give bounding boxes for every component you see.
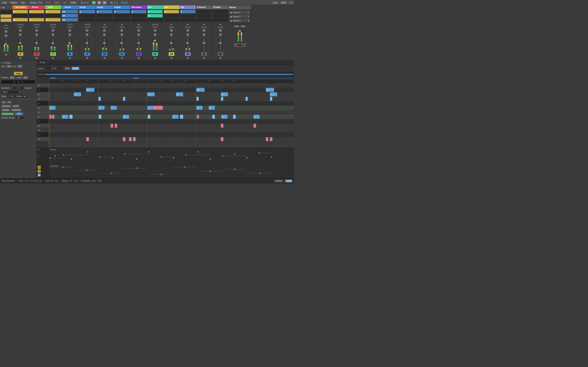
- send-b-8[interactable]: [137, 33, 141, 37]
- fader-4[interactable]: [69, 38, 70, 50]
- post-btn-1[interactable]: Post: [234, 25, 239, 28]
- track-header-11[interactable]: Arp: [180, 5, 196, 9]
- fader-11[interactable]: [187, 38, 188, 50]
- clip-4c[interactable]: ▶▶: [62, 18, 78, 22]
- scene-3[interactable]: ▶ Scene 3 3: [229, 19, 250, 22]
- sig-num-input[interactable]: [11, 86, 17, 90]
- transpose-down-btn[interactable]: ×2: [7, 101, 11, 104]
- send-b-6[interactable]: [103, 33, 106, 37]
- send-a-5[interactable]: [85, 29, 89, 33]
- roll-content[interactable]: A1 A1 A1 A1 A1 A1 A1 Eb2: [49, 83, 294, 148]
- send-a-knob-1[interactable]: [18, 29, 22, 33]
- track-header-1[interactable]: ▼ Bass Main: [12, 5, 28, 9]
- track-header-beats[interactable]: ▶ts: [0, 5, 12, 10]
- key-button[interactable]: Key: [272, 1, 279, 4]
- send-b-13[interactable]: [219, 33, 222, 37]
- clip-5c[interactable]: [79, 18, 95, 22]
- solo-btn-1[interactable]: S: [19, 57, 22, 59]
- key-f2[interactable]: F2: [37, 83, 49, 88]
- send-a-knob-2[interactable]: [35, 29, 39, 33]
- randomize-value[interactable]: [15, 112, 23, 115]
- scene-1[interactable]: ▶ Scene 1 1: [229, 11, 250, 14]
- duplicate-btn[interactable]: Duplicate: [11, 108, 22, 111]
- solo-btn[interactable]: S: [4, 53, 7, 56]
- solo-3[interactable]: S: [52, 57, 54, 59]
- track-header-4[interactable]: ▼ Vocals: [61, 5, 78, 9]
- solo-btn-2[interactable]: S: [35, 57, 38, 59]
- midi-button[interactable]: MIDI: [280, 1, 287, 4]
- clip-10c[interactable]: [164, 18, 179, 22]
- solo-9[interactable]: S: [154, 57, 156, 59]
- send-a-13[interactable]: [219, 29, 222, 33]
- clip-3b[interactable]: [45, 14, 61, 17]
- follow-button[interactable]: Follow: [9, 1, 18, 4]
- scale-key-select[interactable]: CDEF: [7, 95, 14, 98]
- clip-slot[interactable]: [0, 10, 12, 14]
- prob-graph[interactable]: Probability: [49, 164, 294, 178]
- len-set-btn[interactable]: Set: [23, 76, 28, 79]
- solo-8[interactable]: S: [137, 57, 140, 59]
- solo-10[interactable]: S: [170, 57, 173, 59]
- fader-12[interactable]: [204, 38, 205, 50]
- clip-4a[interactable]: ▶▶: [62, 10, 78, 13]
- key-c1[interactable]: C1: [37, 128, 49, 133]
- track-header-10[interactable]: Pad: [163, 5, 180, 9]
- master-header[interactable]: Master: [229, 5, 251, 10]
- fold-btn[interactable]: Fold: [64, 67, 71, 70]
- key-a0[interactable]: A0: [37, 137, 49, 142]
- clip-6b[interactable]: [96, 14, 113, 17]
- clip-12c[interactable]: [196, 18, 212, 22]
- track-header-3[interactable]: ▼ Keys: [45, 5, 61, 9]
- clip-11b[interactable]: [180, 14, 195, 17]
- clip-slot-1c[interactable]: ▶: [13, 18, 28, 22]
- key-c2[interactable]: C2: [37, 97, 49, 101]
- clip-9c[interactable]: [147, 18, 163, 22]
- fader-8[interactable]: [138, 38, 139, 50]
- clip-5b[interactable]: [79, 14, 95, 17]
- vel-graph[interactable]: Velocity: [49, 148, 294, 164]
- clip-13a[interactable]: [213, 10, 228, 13]
- solo-5[interactable]: S: [86, 57, 89, 59]
- fader-2[interactable]: [36, 38, 37, 50]
- fader-13[interactable]: [220, 38, 221, 50]
- clip-4b[interactable]: ▶▶: [62, 14, 78, 17]
- send-b-knob[interactable]: [4, 34, 8, 38]
- track-header-7[interactable]: Vocals: [113, 5, 130, 9]
- scale-btn[interactable]: Scale: [71, 67, 79, 70]
- clip-8a[interactable]: ▶: [131, 10, 146, 13]
- scene-2[interactable]: ▶ Scene 2 2: [229, 15, 250, 18]
- link-button[interactable]: Link: [1, 1, 8, 4]
- legato-btn[interactable]: Legato: [1, 108, 10, 111]
- solo-4[interactable]: S: [68, 57, 71, 59]
- send-a-8[interactable]: [137, 29, 141, 33]
- clip-slot-yellow2[interactable]: [0, 18, 12, 22]
- clip-8b[interactable]: [131, 14, 146, 17]
- fader-track-1[interactable]: [20, 38, 21, 50]
- solo-11[interactable]: S: [186, 57, 189, 59]
- clip-9b[interactable]: ▶: [147, 14, 163, 17]
- fader-7[interactable]: [121, 38, 122, 50]
- send-a-7[interactable]: [120, 29, 124, 33]
- fader-10[interactable]: [171, 38, 172, 50]
- clip-6a[interactable]: ▶: [96, 10, 113, 13]
- key-d2[interactable]: D2: [37, 92, 49, 97]
- fader-9[interactable]: [155, 38, 156, 50]
- send-b-9[interactable]: [153, 33, 157, 37]
- key-f1[interactable]: F1: [37, 115, 49, 119]
- clip-13c[interactable]: [213, 18, 228, 22]
- track-header-6[interactable]: Vocals: [96, 5, 113, 9]
- send-a-9[interactable]: [153, 29, 157, 33]
- key-g1[interactable]: G1: [37, 110, 49, 115]
- clip-12b[interactable]: [196, 14, 212, 17]
- send-b-4[interactable]: [68, 33, 72, 37]
- loop-button[interactable]: Loop: [14, 72, 22, 75]
- record-button[interactable]: ●: [103, 1, 107, 4]
- send-b-7[interactable]: [120, 33, 124, 37]
- send-a-4[interactable]: [68, 29, 72, 33]
- tap-button[interactable]: Tap: [20, 1, 26, 4]
- fader-6[interactable]: [104, 38, 105, 50]
- clip-slot-yellow[interactable]: [0, 14, 12, 18]
- groove-select[interactable]: None: [1, 90, 22, 94]
- randomize-btn[interactable]: Randomize: [1, 112, 14, 115]
- track-header-12[interactable]: A Reverb: [196, 5, 212, 9]
